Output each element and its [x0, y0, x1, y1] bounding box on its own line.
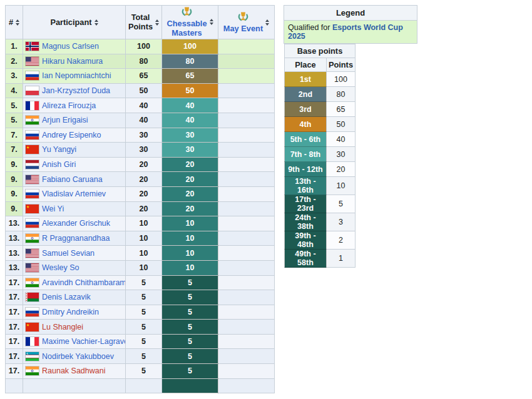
player-link[interactable]: Aravindh Chithambaram	[42, 278, 126, 287]
chessable-masters-column-header[interactable]: Chessable Masters	[162, 6, 218, 39]
total-points-cell: 5	[126, 305, 162, 320]
player-link[interactable]: Anish Giri	[42, 160, 76, 169]
chessable-masters-points-cell: 40	[162, 98, 218, 113]
partial-cell	[23, 378, 126, 393]
total-points-cell: 50	[126, 83, 162, 98]
base-points-row: 4th50	[285, 117, 356, 132]
base-points-row: 24th - 38th3	[285, 213, 356, 231]
legend-title: Legend	[284, 6, 417, 21]
base-points-row: 1st100	[285, 72, 356, 87]
place-cell: 3rd	[285, 102, 327, 117]
table-row: 5.Arjun Erigaisi4040	[6, 113, 275, 128]
player-link[interactable]: Alireza Firouzja	[42, 101, 96, 110]
place-cell: 9th - 12th	[285, 162, 327, 177]
participant-cell: Arjun Erigaisi	[23, 113, 126, 128]
base-points-title: Base points	[285, 44, 356, 58]
flag-icon-in	[26, 234, 39, 243]
player-link[interactable]: Maxime Vachier-Lagrave	[42, 337, 126, 346]
total-points-cell: 100	[126, 39, 162, 54]
player-link[interactable]: Yu Yangyi	[42, 145, 76, 154]
flag-icon-ru	[26, 131, 39, 139]
rank-cell: 9.	[6, 172, 23, 187]
player-link[interactable]: Arjun Erigaisi	[42, 116, 88, 124]
legend-qualified-text: Qualified for	[288, 23, 332, 32]
may-event-cell	[218, 216, 275, 231]
player-link[interactable]: Alexander Grischuk	[42, 219, 110, 228]
flag-icon-fr	[26, 101, 39, 110]
player-link[interactable]: Jan-Krzysztof Duda	[42, 86, 110, 95]
points-cell: 50	[326, 117, 355, 132]
total-points-column-header[interactable]: Total Points	[126, 6, 162, 39]
sort-icon	[210, 19, 213, 25]
total-points-cell: 10	[126, 246, 162, 261]
may-event-column-header[interactable]: May Event	[218, 6, 275, 39]
rank-cell: 9.	[6, 186, 23, 201]
player-link[interactable]: R Praggnanandhaa	[42, 234, 110, 243]
chessable-masters-points-cell: 20	[162, 172, 218, 187]
player-link[interactable]: Nodirbek Yakubboev	[42, 352, 114, 361]
standings-body: 1.Magnus Carlsen1001002.Hikaru Nakamura8…	[6, 39, 275, 393]
total-points-cell: 20	[126, 201, 162, 216]
place-column-header: Place	[285, 58, 327, 72]
player-link[interactable]: Wesley So	[42, 263, 79, 272]
place-cell: 2nd	[285, 87, 327, 102]
legend-box: Legend Qualified for Esports World Cup 2…	[284, 5, 417, 44]
player-link[interactable]: Fabiano Caruana	[42, 175, 103, 184]
sort-icon	[155, 19, 159, 26]
may-event-cell	[218, 186, 275, 201]
player-link[interactable]: Andrey Esipenko	[42, 131, 101, 139]
chessable-masters-points-cell: 10	[162, 260, 218, 275]
partial-cell	[162, 378, 218, 393]
chessable-masters-points-cell: 5	[162, 320, 218, 335]
participant-cell: Dmitry Andreikin	[23, 305, 126, 320]
participant-cell: Wesley So	[23, 260, 126, 275]
may-event-link[interactable]: May Event	[223, 24, 263, 34]
chessable-masters-points-cell: 80	[162, 54, 218, 69]
standings-header-row: # Participant Total Points	[6, 6, 275, 39]
rank-cell: 17.	[6, 275, 23, 290]
rank-column-header[interactable]: #	[6, 6, 23, 39]
player-link[interactable]: Raunak Sadhwani	[42, 366, 105, 375]
flag-icon-fr	[26, 337, 39, 346]
base-points-row: 5th - 6th40	[285, 132, 356, 147]
table-row: 17.Lu Shanglei55	[6, 320, 275, 335]
flag-icon-uz	[26, 352, 39, 361]
rank-cell: 13.	[6, 246, 23, 261]
may-event-cell	[218, 69, 275, 84]
chessable-masters-points-cell: 30	[162, 128, 218, 143]
rank-cell: 9.	[6, 157, 23, 172]
rank-cell: 17.	[6, 334, 23, 349]
base-points-row: 13th - 16th10	[285, 177, 356, 195]
table-row: 17.Denis Lazavik55	[6, 290, 275, 305]
table-row: 17.Nodirbek Yakubboev55	[6, 349, 275, 364]
player-link[interactable]: Hikaru Nakamura	[42, 57, 103, 66]
may-event-cell	[218, 305, 275, 320]
player-link[interactable]: Lu Shanglei	[42, 323, 83, 331]
player-link[interactable]: Wei Yi	[42, 205, 64, 213]
flag-icon-pl	[26, 86, 39, 95]
total-points-cell: 5	[126, 320, 162, 335]
chessable-masters-link[interactable]: Chessable Masters	[166, 19, 207, 38]
participant-cell: Aravindh Chithambaram	[23, 275, 126, 290]
player-link[interactable]: Magnus Carlsen	[42, 42, 99, 51]
legend-qualified-row: Qualified for Esports World Cup 2025	[284, 21, 417, 43]
rank-cell: 17.	[6, 320, 23, 335]
standings-table: # Participant Total Points	[5, 5, 275, 393]
player-link[interactable]: Samuel Sevian	[42, 249, 95, 258]
base-points-row: 3rd65	[285, 102, 356, 117]
participant-cell: Magnus Carlsen	[23, 39, 126, 54]
table-row: 9.Vladislav Artemiev2020	[6, 186, 275, 201]
flag-icon-in	[26, 116, 39, 124]
player-link[interactable]: Dmitry Andreikin	[42, 308, 99, 316]
participant-column-header[interactable]: Participant	[23, 6, 126, 39]
total-points-cell: 5	[126, 290, 162, 305]
player-link[interactable]: Ian Nepomniachtchi	[42, 71, 111, 80]
may-event-cell	[218, 157, 275, 172]
base-points-row: 9th - 12th20	[285, 162, 356, 177]
player-link[interactable]: Vladislav Artemiev	[42, 189, 106, 198]
chessable-masters-points-cell: 30	[162, 143, 218, 158]
sort-icon	[265, 19, 269, 26]
player-link[interactable]: Denis Lazavik	[42, 293, 91, 301]
total-points-cell: 5	[126, 334, 162, 349]
partial-cell	[6, 378, 23, 393]
